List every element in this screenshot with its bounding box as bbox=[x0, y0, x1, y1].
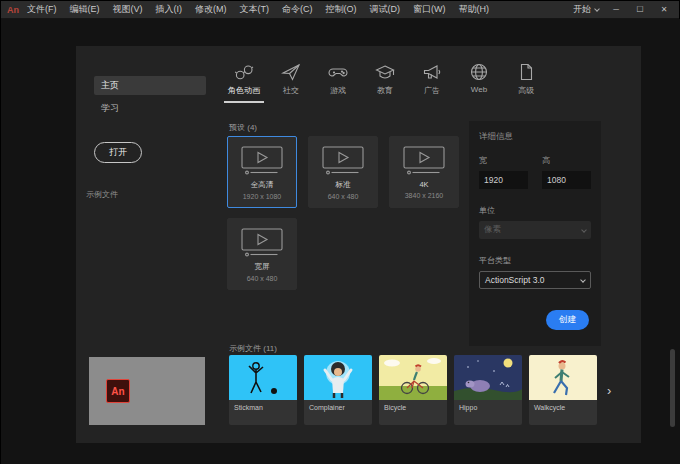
goggles-icon bbox=[234, 62, 254, 82]
tab-label: 游戏 bbox=[330, 85, 346, 96]
sample-card-walkcycle[interactable]: Walkcycle bbox=[529, 355, 597, 425]
menu-commands[interactable]: 命令(C) bbox=[282, 3, 313, 16]
video-preset-icon bbox=[322, 146, 364, 176]
tab-advanced[interactable]: 高级 bbox=[508, 62, 544, 103]
details-header: 详细信息 bbox=[479, 131, 591, 143]
tab-label: 角色动画 bbox=[228, 85, 260, 96]
sample-card-complainer[interactable]: Complainer bbox=[304, 355, 372, 425]
width-input[interactable] bbox=[479, 171, 528, 189]
workspace-switcher[interactable]: 开始 bbox=[573, 3, 599, 16]
preset-name: 宽屏 bbox=[255, 262, 270, 272]
unit-label: 单位 bbox=[479, 205, 591, 216]
vertical-scrollbar[interactable] bbox=[670, 349, 675, 427]
tab-social[interactable]: 社交 bbox=[273, 62, 309, 103]
menu-debug[interactable]: 调试(D) bbox=[370, 3, 401, 16]
create-button[interactable]: 创建 bbox=[546, 310, 589, 330]
workspace-label: 开始 bbox=[573, 3, 591, 16]
home-screen-panel: 主页 学习 打开 示例文件 角色动画 社交 bbox=[76, 46, 641, 443]
sidebar-item-home[interactable]: 主页 bbox=[94, 76, 206, 95]
menu-text[interactable]: 文本(T) bbox=[240, 3, 270, 16]
preset-size: 1920 x 1080 bbox=[243, 193, 282, 200]
preset-size: 3840 x 2160 bbox=[405, 192, 444, 199]
tab-game[interactable]: 游戏 bbox=[320, 62, 356, 103]
tab-ads[interactable]: 广告 bbox=[414, 62, 450, 103]
preset-grid: 全高清 1920 x 1080 标准 640 x 480 bbox=[227, 136, 459, 290]
presets-header: 预设 (4) bbox=[229, 122, 257, 133]
menu-modify[interactable]: 修改(M) bbox=[195, 3, 227, 16]
game-controller-icon bbox=[328, 62, 348, 82]
unit-select: 像素 bbox=[479, 221, 591, 239]
chevron-down-icon bbox=[580, 277, 586, 283]
sample-card-stickman[interactable]: Stickman bbox=[229, 355, 297, 425]
samples-row: Stickman Complainer bbox=[229, 355, 611, 425]
menu-view[interactable]: 视图(V) bbox=[113, 3, 143, 16]
sidebar-item-learn[interactable]: 学习 bbox=[94, 99, 206, 118]
sidebar-samples-link[interactable]: 示例文件 bbox=[86, 189, 224, 200]
graduation-cap-icon bbox=[375, 62, 395, 82]
animate-app-icon: An bbox=[106, 379, 130, 403]
menu-help[interactable]: 帮助(H) bbox=[459, 3, 490, 16]
chevron-down-icon bbox=[594, 6, 600, 12]
close-button[interactable]: ✕ bbox=[657, 5, 671, 14]
chevron-down-icon bbox=[581, 227, 587, 233]
samples-header: 示例文件 (11) bbox=[229, 343, 277, 354]
title-bar: An 文件(F) 编辑(E) 视图(V) 插入(I) 修改(M) 文本(T) 命… bbox=[1, 1, 679, 19]
unit-value: 像素 bbox=[484, 224, 501, 236]
menu-insert[interactable]: 插入(I) bbox=[156, 3, 183, 16]
menu-window[interactable]: 窗口(W) bbox=[413, 3, 446, 16]
preset-4k[interactable]: 4K 3840 x 2160 bbox=[389, 136, 459, 208]
tab-education[interactable]: 教育 bbox=[367, 62, 403, 103]
tab-label: Web bbox=[471, 85, 487, 94]
animate-window: An 文件(F) 编辑(E) 视图(V) 插入(I) 修改(M) 文本(T) 命… bbox=[0, 0, 680, 464]
sample-label: Bicycle bbox=[379, 400, 447, 411]
animate-logo: An bbox=[1, 5, 27, 15]
tab-label: 高级 bbox=[518, 85, 534, 96]
preset-full-hd[interactable]: 全高清 1920 x 1080 bbox=[227, 136, 297, 208]
maximize-button[interactable]: ☐ bbox=[633, 5, 647, 14]
menu-edit[interactable]: 编辑(E) bbox=[70, 3, 100, 16]
bicycle-thumbnail bbox=[379, 355, 447, 400]
complainer-thumbnail bbox=[304, 355, 372, 400]
menu-control[interactable]: 控制(O) bbox=[326, 3, 357, 16]
width-label: 宽 bbox=[479, 155, 528, 166]
details-panel: 详细信息 宽 高 单位 像素 平台类型 bbox=[469, 121, 601, 346]
sample-card-bicycle[interactable]: Bicycle bbox=[379, 355, 447, 425]
platform-label: 平台类型 bbox=[479, 255, 591, 266]
video-preset-icon bbox=[241, 228, 283, 258]
titlebar-right: 开始 ─ ☐ ✕ bbox=[573, 3, 679, 16]
sample-card-hippo[interactable]: Hippo bbox=[454, 355, 522, 425]
preset-standard[interactable]: 标准 640 x 480 bbox=[308, 136, 378, 208]
category-tabs: 角色动画 社交 游戏 bbox=[226, 62, 544, 103]
tab-label: 社交 bbox=[283, 85, 299, 96]
video-preset-icon bbox=[241, 146, 283, 176]
preset-name: 标准 bbox=[336, 180, 351, 190]
recent-file-card[interactable]: An bbox=[89, 357, 205, 425]
tab-character-animation[interactable]: 角色动画 bbox=[226, 62, 262, 103]
walkcycle-thumbnail bbox=[529, 355, 597, 400]
megaphone-icon bbox=[422, 62, 442, 82]
sample-label: Walkcycle bbox=[529, 400, 597, 411]
tab-web[interactable]: Web bbox=[461, 62, 497, 103]
preset-size: 640 x 480 bbox=[247, 275, 278, 282]
sample-label: Stickman bbox=[229, 400, 297, 411]
platform-value: ActionScript 3.0 bbox=[485, 275, 545, 285]
height-input[interactable] bbox=[542, 171, 591, 189]
hippo-thumbnail bbox=[454, 355, 522, 400]
paper-plane-icon bbox=[281, 62, 301, 82]
desktop-background: 主页 学习 打开 示例文件 角色动画 社交 bbox=[1, 19, 680, 464]
sample-label: Complainer bbox=[304, 400, 372, 411]
minimize-button[interactable]: ─ bbox=[609, 5, 623, 14]
video-preset-icon bbox=[403, 146, 445, 176]
menu-file[interactable]: 文件(F) bbox=[27, 3, 57, 16]
preset-size: 640 x 480 bbox=[328, 193, 359, 200]
sample-label: Hippo bbox=[454, 400, 522, 411]
samples-next-button[interactable]: › bbox=[607, 383, 611, 398]
tab-label: 广告 bbox=[424, 85, 440, 96]
preset-widescreen[interactable]: 宽屏 640 x 480 bbox=[227, 218, 297, 290]
document-icon bbox=[516, 62, 536, 82]
height-label: 高 bbox=[542, 155, 591, 166]
globe-icon bbox=[469, 62, 489, 82]
open-button[interactable]: 打开 bbox=[94, 142, 142, 163]
platform-select[interactable]: ActionScript 3.0 bbox=[479, 271, 591, 289]
preset-name: 4K bbox=[419, 180, 428, 189]
